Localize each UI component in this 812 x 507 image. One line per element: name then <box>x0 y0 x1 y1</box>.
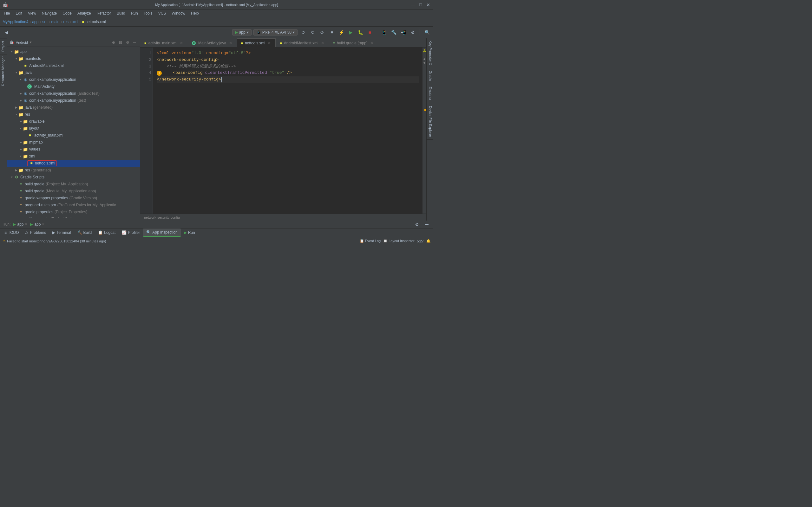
panel-minimize-button[interactable]: ─ <box>132 40 137 45</box>
breadcrumb-res[interactable]: res <box>63 20 68 24</box>
device-file-explorer-tab[interactable]: Device File Explorer <box>426 103 433 140</box>
scroll-down-button[interactable]: ▼ <box>423 61 426 65</box>
menu-refactor[interactable]: Refactor <box>94 10 113 16</box>
tree-com-example-test[interactable]: ▶ ◉ com.example.myapplication (test) <box>7 97 140 104</box>
locate-file-button[interactable]: ⊕ <box>111 40 116 45</box>
search-button[interactable]: 🔍 <box>423 29 431 36</box>
minimize-button[interactable]: ─ <box>410 2 415 7</box>
settings-button[interactable]: ⚙ <box>409 29 416 36</box>
menu-run[interactable]: Run <box>129 10 141 16</box>
scroll-up-button[interactable]: ▲ <box>423 57 426 60</box>
emulator-tab[interactable]: Emulator <box>426 84 433 103</box>
tree-java[interactable]: ▾ 📁 java <box>7 69 140 76</box>
layout-inspector-link[interactable]: 🔲 Layout Inspector <box>383 239 414 243</box>
run-minimize-button[interactable]: ─ <box>423 221 431 228</box>
event-log-link[interactable]: 📋 Event Log <box>360 239 381 243</box>
menu-vcs[interactable]: VCS <box>156 10 169 16</box>
tree-manifests[interactable]: ▾ 📁 manifests <box>7 55 140 62</box>
menu-edit[interactable]: Edit <box>13 10 25 16</box>
run-tab-close[interactable]: ✕ <box>25 222 28 226</box>
project-tab[interactable]: Project <box>0 38 7 54</box>
breadcrumb-xml[interactable]: xml <box>72 20 78 24</box>
tree-com-example-androidtest[interactable]: ▶ ◉ com.example.myapplication (androidTe… <box>7 90 140 97</box>
tree-java-generated[interactable]: ▶ 📁 java (generated) <box>7 104 140 111</box>
tree-build-gradle-project[interactable]: ≡ build.gradle (Project: My_Application) <box>7 181 140 187</box>
tree-mipmap[interactable]: ▶ 📁 mipmap <box>7 139 140 146</box>
menu-window[interactable]: Window <box>169 10 188 16</box>
tab-close-button[interactable]: ✕ <box>320 41 325 45</box>
tab-build[interactable]: 🔨 Build <box>74 228 95 237</box>
tab-logcat[interactable]: 📋 Logcat <box>95 228 119 237</box>
tab-run[interactable]: ▶ Run <box>181 228 198 237</box>
refresh2-button[interactable]: ↻ <box>309 29 316 36</box>
tab-android-manifest[interactable]: ■ AndroidManifest.xml ✕ <box>275 38 328 47</box>
project-panel-scrollbar[interactable] <box>7 218 140 221</box>
back-nav-icon[interactable]: ◀ <box>3 29 10 36</box>
tab-nettools-xml[interactable]: ■ nettools.xml ✕ <box>237 38 276 47</box>
sdk-manager-button[interactable]: 🔧 <box>390 29 397 36</box>
tab-profiler[interactable]: 📈 Profiler <box>119 228 143 237</box>
tree-main-activity[interactable]: C MainActivity <box>7 83 140 90</box>
sync-button[interactable]: ⟳ <box>318 29 326 36</box>
debug-button[interactable]: 🐛 <box>357 29 364 36</box>
menu-analyze[interactable]: Analyze <box>75 10 94 16</box>
run-config-selector[interactable]: ▶ app ▾ <box>232 29 252 36</box>
tab-activity-main[interactable]: ■ activity_main.xml ✕ <box>140 38 188 47</box>
stop-button[interactable]: ■ <box>366 29 374 36</box>
tree-gradle-wrapper[interactable]: ≡ gradle-wrapper.properties (Gradle Vers… <box>7 194 140 202</box>
menu-view[interactable]: View <box>26 10 39 16</box>
tree-layout[interactable]: ▾ 📁 layout <box>7 125 140 132</box>
collapse-all-button[interactable]: ⊟ <box>118 40 123 45</box>
tab-close-button[interactable]: ✕ <box>229 41 233 45</box>
run-tab-app2[interactable]: ▶ app ✕ <box>30 222 45 227</box>
menu-file[interactable]: File <box>1 10 12 16</box>
resource-manager-tab[interactable]: Resource Manager <box>0 54 7 88</box>
code-content[interactable]: <?xml version="1.0" encoding="utf-8"?> <… <box>153 48 422 214</box>
tree-settings-gradle[interactable]: ≡ settings.gradle (Project Settings) <box>7 216 140 218</box>
menu-build[interactable]: Build <box>114 10 128 16</box>
tab-close-button[interactable]: ✕ <box>369 41 374 45</box>
maximize-button[interactable]: □ <box>418 2 423 7</box>
refresh-button[interactable]: ↺ <box>299 29 307 36</box>
menu-tools[interactable]: Tools <box>141 10 155 16</box>
coverage-button[interactable]: ≡ <box>328 29 336 36</box>
tab-terminal[interactable]: ▶ Terminal <box>49 228 74 237</box>
tree-gradle-properties[interactable]: ≡ gradle.properties (Project Properties) <box>7 209 140 216</box>
tab-close-button[interactable]: ✕ <box>179 41 184 45</box>
avd-manager-button[interactable]: 📲 <box>399 29 407 36</box>
breadcrumb-project[interactable]: MyApplication4 <box>3 20 28 24</box>
breadcrumb-app[interactable]: app <box>32 20 38 24</box>
tab-todo[interactable]: ≡ TODO <box>1 228 22 237</box>
tree-xml-folder[interactable]: ▾ 📁 xml <box>7 153 140 160</box>
tab-build-gradle[interactable]: ≡ build.gradle (:app) ✕ <box>329 38 378 47</box>
tree-app[interactable]: ▾ 📁 app <box>7 48 140 55</box>
tree-res-generated[interactable]: ▶ 📁 res (generated) <box>7 167 140 174</box>
run-settings-button[interactable]: ⚙ <box>413 221 420 228</box>
tree-com-example[interactable]: ▾ ◉ com.example.myapplication <box>7 76 140 83</box>
run-tab-close[interactable]: ✕ <box>42 222 45 226</box>
run-button[interactable]: ▶ <box>347 29 355 36</box>
menu-code[interactable]: Code <box>60 10 74 16</box>
run-tab-app1[interactable]: ▶ app ✕ <box>13 222 28 227</box>
tab-app-inspection[interactable]: 🔍 App Inspection <box>143 228 181 237</box>
tree-gradle-scripts[interactable]: ▾ ⚙ Gradle Scripts <box>7 174 140 181</box>
breadcrumb-src[interactable]: src <box>42 20 47 24</box>
tree-proguard[interactable]: ≡ proguard-rules.pro (ProGuard Rules for… <box>7 202 140 209</box>
key-promoter-tab[interactable]: Key Promoter X <box>426 38 433 68</box>
breadcrumb-main[interactable]: main <box>51 20 59 24</box>
gradle-tab[interactable]: Gradle <box>426 68 433 84</box>
tree-activity-main-xml[interactable]: ■ activity_main.xml <box>7 132 140 139</box>
profile-button[interactable]: ⚡ <box>338 29 345 36</box>
tree-build-gradle-app[interactable]: ≡ build.gradle (Module: My_Application.a… <box>7 187 140 194</box>
tree-drawable[interactable]: ▶ 📁 drawable <box>7 118 140 125</box>
tab-problems[interactable]: ⚠ Problems <box>22 228 49 237</box>
menu-navigate[interactable]: Navigate <box>39 10 59 16</box>
tree-res[interactable]: ▾ 📁 res <box>7 111 140 118</box>
tab-close-button[interactable]: ✕ <box>267 41 271 45</box>
tree-nettools-xml[interactable]: ■ nettools.xml <box>7 160 140 167</box>
tree-android-manifest[interactable]: ■ AndroidManifest.xml <box>7 62 140 69</box>
close-button[interactable]: ✕ <box>426 2 431 7</box>
device-selector[interactable]: 📱 Pixel 4 XL API 30 ▾ <box>253 29 298 36</box>
panel-settings-button[interactable]: ⚙ <box>125 40 131 45</box>
tab-main-activity[interactable]: C MainActivity.java ✕ <box>188 38 237 47</box>
